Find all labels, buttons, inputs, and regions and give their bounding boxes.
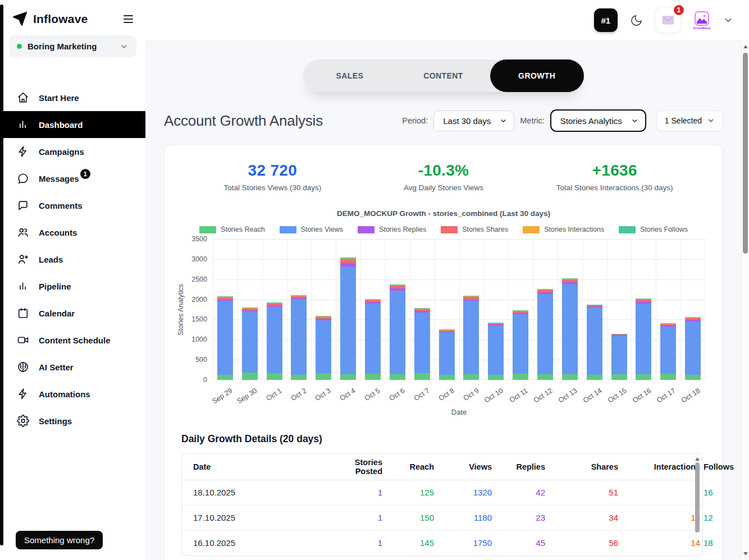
sidebar-item-campaigns[interactable]: Campaigns: [0, 138, 145, 165]
workspace-selector[interactable]: Boring Marketing: [9, 35, 136, 57]
table-scrollbar[interactable]: [694, 456, 701, 553]
bar-segment-stories-reach: [587, 375, 602, 380]
window-scrollbar[interactable]: [741, 40, 749, 560]
sidebar-item-pipeline[interactable]: Pipeline: [0, 273, 145, 300]
top-header: #1 1 InstaWave: [145, 0, 749, 40]
table-header-row: DateStories PostedReachViewsRepliesShare…: [182, 454, 704, 480]
gridline: [681, 239, 681, 380]
sidebar-item-settings[interactable]: Settings: [0, 407, 145, 434]
bar-segment-stories-interactions: [463, 296, 479, 297]
bar-segment-stories-replies: [414, 311, 430, 313]
x-tick-label: Oct 13: [557, 387, 579, 405]
growth-table: DateStories PostedReachViewsRepliesShare…: [182, 454, 704, 556]
bar-segment-stories-replies: [267, 306, 282, 307]
tab-content[interactable]: CONTENT: [396, 59, 490, 92]
profile-chevron-icon[interactable]: [723, 15, 733, 25]
stat-value: 32 720: [187, 162, 358, 180]
dark-mode-toggle[interactable]: [630, 14, 643, 27]
notification-badge: 1: [673, 4, 685, 16]
bar-segment-stories-follows: [685, 317, 701, 318]
scroll-up-icon[interactable]: [743, 45, 748, 48]
bar-chart-icon: [17, 280, 29, 292]
bar-segment-stories-views: [414, 313, 430, 374]
x-tick-label: Sep 30: [236, 387, 259, 405]
bar-segment-stories-follows: [488, 323, 504, 323]
sidebar-item-comments[interactable]: Comments: [0, 192, 145, 219]
view-tabs: SALESCONTENTGROWTH: [303, 59, 584, 92]
sidebar-item-dashboard[interactable]: Dashboard: [0, 111, 145, 138]
gridline: [631, 239, 632, 380]
legend-label: Stories Reach: [221, 226, 265, 233]
bar-segment-stories-shares: [611, 334, 627, 336]
sidebar-item-ai-setter[interactable]: AI Setter: [0, 354, 145, 380]
bar-segment-stories-views: [217, 301, 233, 375]
table-scrollbar-thumb[interactable]: [695, 462, 700, 533]
menu-toggle-button[interactable]: [121, 13, 135, 25]
chevron-down-icon: [707, 117, 715, 125]
table-scroll-up-icon[interactable]: [695, 457, 700, 461]
legend-label: Stories Replies: [379, 226, 426, 233]
bar-segment-stories-views: [513, 314, 528, 374]
sidebar-item-label: AI Setter: [39, 362, 74, 372]
bar-segment-stories-shares: [636, 300, 651, 302]
gridline: [705, 239, 706, 380]
x-tick-label: Oct 10: [483, 387, 505, 405]
x-tick-label: Oct 2: [289, 387, 308, 402]
sidebar-item-automations[interactable]: Automations: [0, 380, 145, 407]
period-value: Last 30 days: [443, 116, 491, 126]
x-tick-label: Oct 3: [314, 387, 332, 402]
x-tick-label: Oct 14: [582, 387, 604, 405]
bar-segment-stories-replies: [562, 282, 578, 284]
chart-title: DEMO_MOCKUP Growth - stories_combined (L…: [165, 209, 723, 218]
bar-segment-stories-reach: [267, 373, 282, 380]
bar-segment-stories-views: [463, 301, 479, 374]
bar-segment-stories-replies: [291, 298, 307, 299]
x-tick-label: Oct 1: [265, 387, 284, 402]
bar-segment-stories-interactions: [562, 279, 578, 279]
chart-plot: 0500100015002000250030003500: [213, 239, 705, 380]
users-icon: [17, 226, 29, 238]
bar-segment-stories-views: [340, 267, 356, 374]
brain-icon: [17, 361, 29, 373]
tab-sales[interactable]: SALES: [303, 59, 397, 92]
period-select[interactable]: Last 30 days: [433, 111, 514, 131]
legend-swatch: [358, 226, 374, 233]
bar-segment-stories-replies: [365, 302, 381, 304]
gridline: [410, 239, 410, 380]
table-row: 17.10.20251150118023341512: [182, 505, 704, 530]
bar-segment-stories-follows: [365, 299, 381, 300]
period-label: Period:: [402, 116, 428, 125]
window-scrollbar-thumb[interactable]: [743, 53, 748, 254]
profile-avatar[interactable]: InstaWave: [693, 11, 711, 30]
legend-swatch: [523, 226, 540, 233]
accounts-filter-button[interactable]: 1 Selected: [656, 111, 723, 131]
sidebar-item-start-here[interactable]: Start Here: [0, 84, 145, 111]
bar-segment-stories-shares: [439, 330, 455, 331]
x-tick-label: Oct 7: [413, 387, 431, 402]
feedback-button[interactable]: Something wrong?: [16, 531, 103, 549]
cell-replies: 23: [495, 505, 549, 530]
sidebar-item-leads[interactable]: Leads: [0, 246, 145, 273]
bar-segment-stories-shares: [267, 304, 282, 306]
x-tick-label: Sep 29: [211, 387, 234, 405]
sidebar-item-messages[interactable]: Messages1: [0, 165, 145, 192]
rank-badge-button[interactable]: #1: [594, 8, 618, 32]
bar-segment-stories-views: [316, 320, 331, 373]
cell-replies: 45: [495, 530, 549, 556]
sidebar-item-content-schedule[interactable]: Content Schedule: [0, 327, 145, 354]
bar-segment-stories-views: [562, 284, 578, 374]
gridline: [459, 239, 460, 380]
cell-shares: 34: [549, 505, 622, 530]
bar-segment-stories-views: [488, 325, 504, 374]
growth-table-card: DateStories PostedReachViewsRepliesShare…: [181, 453, 703, 556]
bar-segment-stories-reach: [685, 375, 701, 380]
lightning-icon: [17, 145, 29, 158]
sidebar-item-calendar[interactable]: Calendar: [0, 300, 145, 327]
gridline: [483, 239, 484, 380]
sidebar-header: Inflowave: [0, 0, 145, 26]
sidebar-item-accounts[interactable]: Accounts: [0, 219, 145, 246]
scroll-down-icon[interactable]: [743, 552, 748, 556]
metric-select[interactable]: Stories Analytics: [550, 109, 646, 132]
tab-growth[interactable]: GROWTH: [490, 59, 584, 92]
notifications-button[interactable]: 1: [655, 7, 681, 33]
